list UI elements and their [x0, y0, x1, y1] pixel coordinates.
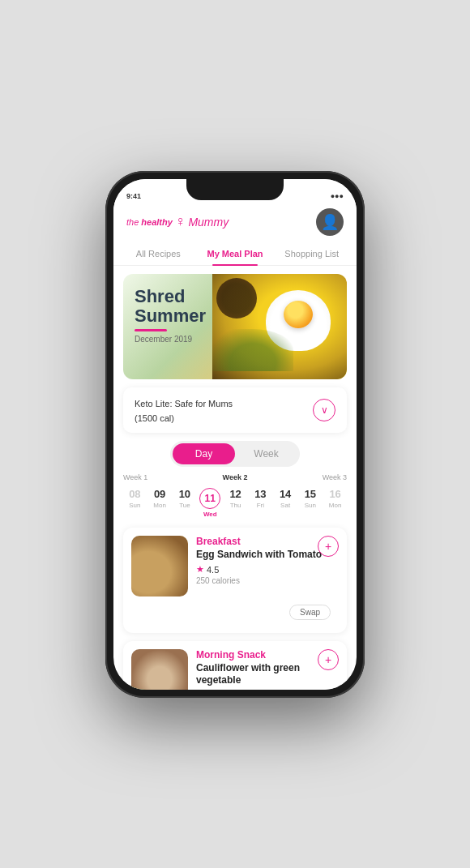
day-name-11: Wed	[199, 511, 220, 518]
meal-image-visual-breakfast	[131, 536, 188, 596]
day-name-12: Thu	[225, 502, 246, 509]
stars-row-breakfast: ★ 4.5	[196, 564, 339, 575]
meal-card-breakfast: Breakfast Egg Sandwich with Tomato ★ 4.5…	[123, 528, 347, 633]
week-label-3: Week 3	[323, 473, 347, 481]
hero-text-area: Shred Summer December 2019	[135, 287, 206, 344]
day-cell-14[interactable]: 14 Sat	[274, 485, 297, 521]
hero-title: Shred Summer	[135, 287, 206, 326]
hero-food-bg	[212, 274, 347, 379]
week-label-2: Week 2	[223, 473, 248, 481]
meal-name-breakfast: Egg Sandwich with Tomato	[196, 549, 339, 562]
meal-image-visual-morning-snack	[131, 649, 188, 690]
meal-info-morning-snack: Morning Snack Cauliflower with green veg…	[196, 649, 339, 690]
star-icon-breakfast: ★	[196, 564, 204, 575]
tab-my-meal-plan[interactable]: My Meal Plan	[197, 242, 274, 265]
battery: ●●●	[331, 192, 344, 200]
logo-mummy: Mummy	[188, 216, 229, 229]
logo-the: the	[126, 217, 141, 227]
day-number-14: 14	[276, 488, 296, 500]
day-number-15: 15	[301, 488, 321, 500]
avatar[interactable]: 👤	[316, 208, 344, 236]
time: 9:41	[126, 192, 141, 200]
day-name-13: Fri	[250, 502, 271, 509]
meal-card-morning-snack: Morning Snack Cauliflower with green veg…	[123, 641, 347, 690]
calendar-days: 08 Sun 09 Mon 10 Tue 11 Wed 12 Thu 13 Fr…	[123, 485, 347, 521]
day-cell-15[interactable]: 15 Sun	[299, 485, 323, 521]
add-button-breakfast[interactable]: +	[318, 536, 339, 557]
day-name-08: Sun	[125, 502, 145, 509]
toggle-day[interactable]: Day	[173, 443, 235, 464]
phone-frame: 9:41 ●●● the healthy ♀ Mummy 👤 All Recip…	[105, 171, 365, 698]
egg-yolk	[284, 301, 313, 328]
day-number-11: 11	[199, 488, 220, 509]
calories-breakfast: 250 calories	[196, 576, 339, 585]
day-number-09: 09	[150, 488, 170, 500]
tab-all-recipes[interactable]: All Recipes	[120, 242, 197, 265]
logo-healthy: healthy	[141, 217, 173, 227]
day-number-10: 10	[175, 488, 195, 500]
meal-cards: Breakfast Egg Sandwich with Tomato ★ 4.5…	[113, 528, 357, 690]
meal-card-wrapper-breakfast: Breakfast Egg Sandwich with Tomato ★ 4.5…	[123, 528, 347, 633]
phone-notch	[186, 179, 284, 200]
day-number-16: 16	[325, 488, 345, 500]
logo-figure: ♀	[175, 213, 186, 230]
week-label-1: Week 1	[123, 473, 147, 481]
day-name-16: Mon	[325, 502, 345, 509]
header: the healthy ♀ Mummy 👤	[113, 203, 357, 242]
add-button-morning-snack[interactable]: +	[318, 649, 339, 670]
logo-text: the healthy	[126, 217, 173, 227]
phone-screen: 9:41 ●●● the healthy ♀ Mummy 👤 All Recip…	[113, 179, 357, 690]
tab-shopping-list[interactable]: Shopping List	[273, 242, 350, 265]
day-cell-08[interactable]: 08 Sun	[123, 485, 147, 521]
tabs-bar: All Recipes My Meal Plan Shopping List	[113, 242, 357, 266]
meal-card-content-breakfast: Breakfast Egg Sandwich with Tomato ★ 4.5…	[123, 528, 347, 605]
week-labels: Week 1 Week 2 Week 3	[123, 473, 347, 481]
day-cell-11[interactable]: 11 Wed	[198, 485, 222, 521]
day-number-08: 08	[125, 488, 145, 500]
meal-plan-chevron[interactable]: ∨	[313, 399, 335, 421]
meal-card-content-morning-snack: Morning Snack Cauliflower with green veg…	[123, 641, 347, 690]
meal-plan-name: Keto Lite: Safe for Mums (1500 cal)	[135, 396, 233, 425]
day-cell-12[interactable]: 12 Thu	[224, 485, 247, 521]
calendar-section: Week 1 Week 2 Week 3 08 Sun 09 Mon 10 Tu…	[113, 473, 357, 528]
greens-decoration	[212, 329, 293, 371]
day-number-13: 13	[250, 488, 271, 500]
day-name-09: Mon	[150, 502, 170, 509]
day-cell-09[interactable]: 09 Mon	[148, 485, 172, 521]
screen-content: 9:41 ●●● the healthy ♀ Mummy 👤 All Recip…	[113, 179, 357, 690]
logo: the healthy ♀ Mummy	[126, 213, 229, 230]
meal-image-breakfast	[131, 536, 188, 596]
meal-plan-selector[interactable]: Keto Lite: Safe for Mums (1500 cal) ∨	[123, 387, 347, 433]
dark-food	[216, 278, 257, 319]
day-cell-10[interactable]: 10 Tue	[173, 485, 197, 521]
meal-name-morning-snack: Cauliflower with green vegetable	[196, 662, 339, 687]
day-name-14: Sat	[276, 502, 296, 509]
day-cell-13[interactable]: 13 Fri	[249, 485, 272, 521]
meal-card-wrapper-morning-snack: Morning Snack Cauliflower with green veg…	[123, 641, 347, 690]
day-name-10: Tue	[175, 502, 195, 509]
hero-underline	[135, 329, 167, 331]
toggle-week[interactable]: Week	[235, 443, 297, 464]
day-cell-16[interactable]: 16 Mon	[323, 485, 347, 521]
swap-button-breakfast[interactable]: Swap	[289, 605, 331, 620]
hero-subtitle: December 2019	[135, 335, 206, 344]
view-toggle: Day Week	[170, 441, 300, 467]
rating-breakfast: 4.5	[207, 565, 219, 575]
day-number-12: 12	[225, 488, 246, 500]
day-name-15: Sun	[301, 502, 321, 509]
view-toggle-container: Day Week	[113, 441, 357, 467]
meal-image-morning-snack	[131, 649, 188, 690]
hero-banner: Shred Summer December 2019	[123, 274, 347, 379]
